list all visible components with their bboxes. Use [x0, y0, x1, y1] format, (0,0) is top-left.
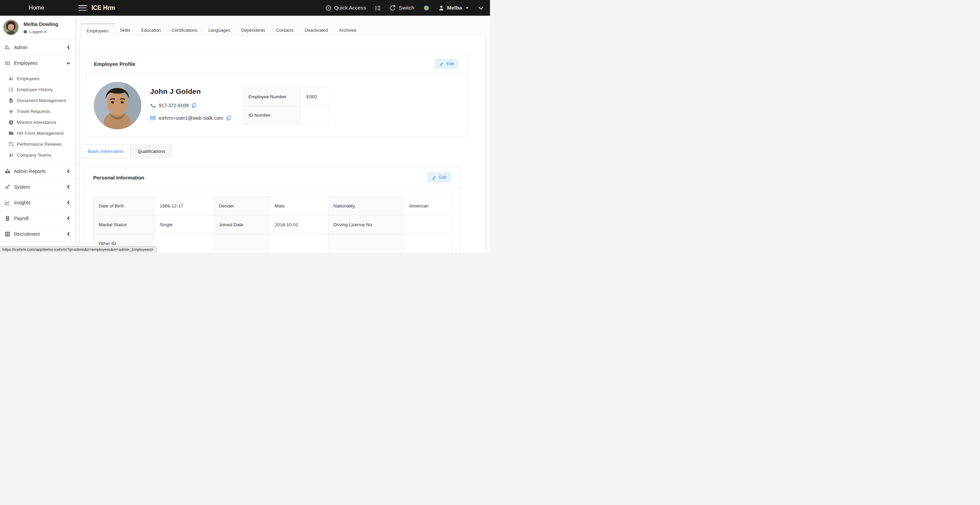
sidebar-item-label: Admin Reports: [14, 169, 46, 174]
id-number-label: ID Number: [243, 106, 301, 124]
marital-status-label: Marital Status: [94, 215, 154, 234]
dob-value: 1989-12-17: [154, 196, 213, 215]
user-menu[interactable]: Melba: [439, 5, 469, 11]
edit-personal-info-button[interactable]: Edit: [428, 173, 450, 182]
globe-icon: [423, 5, 429, 11]
sidebar-subitem-label: Performance Reviews: [17, 142, 62, 147]
tasks-button[interactable]: [375, 5, 381, 11]
employee-profile-card: Employee Profile Edit: [85, 53, 468, 137]
sidebar-subitem-travel-requests[interactable]: Travel Requests: [0, 106, 75, 117]
logged-in-label: Logged In: [29, 30, 47, 34]
tab-education[interactable]: Education: [136, 24, 167, 37]
chevron-left-icon: [67, 185, 70, 189]
sidebar-subitem-document-management[interactable]: Document Management: [0, 95, 75, 106]
switch-button[interactable]: Switch: [390, 5, 414, 11]
sidebar-subitem-hr-form-management[interactable]: HR Form Management: [0, 127, 75, 139]
logged-in-status-dot: [24, 30, 27, 33]
grid-icon: [5, 231, 10, 237]
tab-basic-information[interactable]: Basic Information: [81, 144, 131, 158]
clock-icon: [8, 120, 14, 125]
employee-profile-title: Employee Profile: [94, 61, 135, 67]
sidebar-item-label: Admin: [14, 45, 28, 50]
pencil-icon: [432, 175, 436, 180]
joined-date-label: Joined Date: [213, 215, 270, 234]
language-globe-button[interactable]: [423, 5, 429, 11]
sidebar-item-label: Employees: [14, 61, 38, 66]
app-brand[interactable]: ICE Hrm: [91, 5, 115, 11]
driving-license-label: Driving License No: [328, 215, 404, 234]
employee-photo: [94, 82, 141, 129]
sidebar-subitem-monitor-attendance[interactable]: Monitor Attendance: [0, 117, 75, 127]
copy-phone-icon[interactable]: [191, 103, 196, 108]
sidebar-item-label: System: [14, 184, 30, 190]
switch-label: Switch: [399, 5, 414, 11]
navbar-collapse-chevron[interactable]: [478, 5, 484, 11]
folder-icon: [8, 131, 14, 136]
chevron-left-icon: [67, 169, 70, 173]
chevron-left-icon: [67, 201, 70, 204]
gender-label: Gender: [213, 196, 270, 215]
tab-employees[interactable]: Employees: [81, 24, 114, 37]
sidebar-subitem-employees[interactable]: Employees: [0, 73, 75, 84]
employee-id-table: Employee Number E002 ID Number: [243, 88, 329, 124]
detail-tabstrip: Basic Information Qualifications: [81, 144, 172, 158]
sidebar-item-recruitment[interactable]: Recruitment: [0, 226, 75, 242]
employees-submenu: Employees Employee History Document Mana…: [0, 71, 75, 163]
book-reader-icon: [5, 169, 10, 174]
edit-profile-button[interactable]: Edit: [435, 59, 458, 68]
edit-button-label: Edit: [446, 61, 454, 66]
sidebar-item-system[interactable]: System: [0, 179, 75, 195]
status-url: https://icehrm.com/app/demo-icehrm/?g=ad…: [2, 247, 153, 252]
module-tabstrip: Employees Skills Education Certification…: [81, 24, 362, 37]
chevron-down-icon: [478, 5, 484, 11]
chevron-left-icon: [67, 232, 70, 236]
cubes-icon: [5, 45, 10, 50]
invoice-icon: [5, 216, 10, 221]
gender-value: Male: [270, 196, 328, 215]
personal-info-table: Date of Birth 1989-12-17 Gender Male Nat…: [93, 196, 452, 253]
switch-icon: [390, 5, 396, 11]
nationality-value: American: [404, 196, 452, 215]
employee-phone[interactable]: 917-372-9109: [159, 103, 188, 108]
tab-qualifications[interactable]: Qualifications: [131, 144, 172, 158]
other-id-value: [154, 234, 213, 253]
content-panel: Employee Profile Edit: [80, 37, 485, 253]
email-icon: [150, 115, 156, 121]
phone-icon: [150, 103, 156, 108]
tab-deactivated[interactable]: Deactivated: [299, 24, 333, 37]
marital-status-value: Single: [154, 215, 213, 234]
sidebar-item-label: Insights: [14, 200, 30, 206]
tab-certifications[interactable]: Certifications: [166, 24, 203, 37]
sidebar-profile: Melba Dowling Logged In: [0, 16, 75, 40]
sidebar-subitem-company-teams[interactable]: Company Teams: [0, 150, 75, 160]
tab-dependents[interactable]: Dependents: [236, 24, 270, 37]
joined-date-value: 2018-10-01: [270, 215, 328, 234]
sidebar-subitem-label: Company Teams: [17, 153, 51, 158]
quick-access-button[interactable]: Quick Access: [326, 5, 366, 11]
sidebar-item-admin[interactable]: Admin: [0, 40, 75, 55]
sidebar-item-label: Recruitment: [14, 231, 40, 237]
chevron-left-icon: [67, 216, 70, 220]
employee-email[interactable]: icehrm+user1@web-stalk.com: [159, 115, 223, 121]
tab-contacts[interactable]: Contacts: [270, 24, 299, 37]
chart-line-icon: [5, 200, 10, 206]
hamburger-menu-icon[interactable]: [78, 5, 87, 11]
user-name-label: Melba: [447, 5, 462, 11]
sidebar-item-payroll[interactable]: Payroll: [0, 210, 75, 226]
sidebar-subitem-performance-reviews[interactable]: Performance Reviews: [0, 139, 75, 150]
pencil-icon: [439, 62, 444, 66]
diagram-icon: [8, 142, 14, 147]
task-list-icon: [375, 5, 381, 11]
nav-home-link[interactable]: Home: [29, 5, 44, 11]
sidebar-item-employees[interactable]: Employees: [0, 55, 75, 71]
copy-email-icon[interactable]: [226, 116, 231, 121]
sidebar-item-insights[interactable]: Insights: [0, 195, 75, 210]
sidebar-subitem-employee-history[interactable]: Employee History: [0, 84, 75, 95]
tab-archived[interactable]: Archived: [333, 24, 362, 37]
chevron-left-icon: [67, 45, 70, 49]
tab-skills[interactable]: Skills: [114, 24, 135, 37]
tab-languages[interactable]: Languages: [203, 24, 236, 37]
table-row: Marital Status Single Joined Date 2018-1…: [94, 215, 452, 234]
sidebar-subitem-label: Employee History: [17, 87, 53, 92]
sidebar-item-admin-reports[interactable]: Admin Reports: [0, 163, 75, 179]
